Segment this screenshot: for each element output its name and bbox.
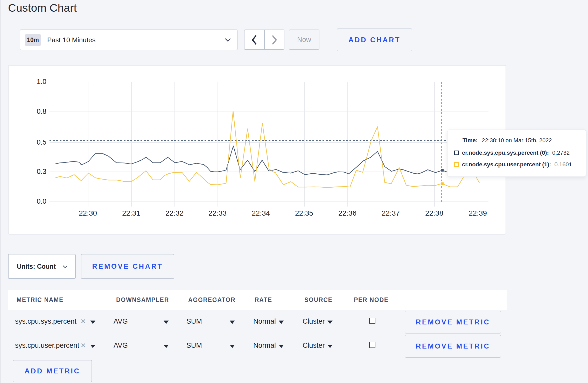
svg-text:22:36: 22:36 — [338, 209, 356, 217]
svg-text:0.5: 0.5 — [37, 138, 46, 146]
svg-text:22:35: 22:35 — [295, 209, 313, 217]
svg-text:0.0: 0.0 — [37, 197, 46, 205]
svg-text:22:33: 22:33 — [208, 209, 227, 217]
svg-text:22:39: 22:39 — [469, 209, 487, 217]
svg-text:1.0: 1.0 — [37, 78, 46, 86]
svg-text:0.3: 0.3 — [37, 168, 46, 175]
svg-text:22:30: 22:30 — [79, 209, 97, 217]
svg-text:22:37: 22:37 — [382, 209, 400, 217]
svg-text:22:34: 22:34 — [252, 209, 270, 217]
svg-text:22:38: 22:38 — [425, 209, 443, 217]
svg-text:0.8: 0.8 — [37, 108, 46, 115]
svg-text:22:31: 22:31 — [122, 209, 140, 217]
svg-text:22:32: 22:32 — [165, 209, 184, 217]
